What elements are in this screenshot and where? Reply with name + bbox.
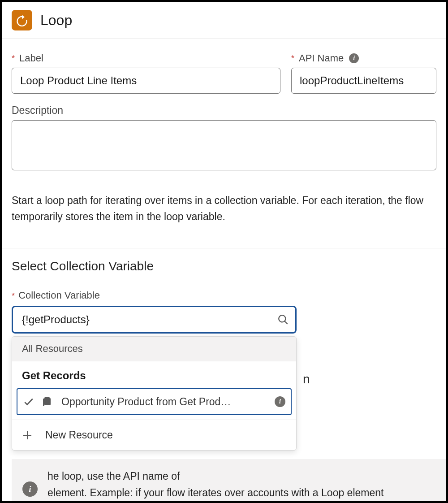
bottom-help-line2: element. Example: if your flow iterates … <box>47 485 383 501</box>
collection-variable-label: * Collection Variable <box>12 290 436 301</box>
dropdown-all-resources[interactable]: All Resources <box>12 337 296 361</box>
label-input[interactable] <box>12 68 280 94</box>
apiname-input[interactable] <box>291 68 436 94</box>
dialog-header: Loop <box>2 2 446 39</box>
label-caption-text: Label <box>19 52 43 64</box>
dropdown-item-text: Opportunity Product from Get Prod… <box>61 396 267 408</box>
dropdown-item-selected[interactable]: Opportunity Product from Get Prod… i <box>17 388 292 415</box>
info-icon[interactable]: i <box>275 396 285 407</box>
dropdown-group-title: Get Records <box>12 361 296 388</box>
section-title: Select Collection Variable <box>12 259 436 273</box>
apiname-field-label: * API Name i <box>291 52 436 64</box>
combobox-value: {!getProducts} <box>22 313 277 326</box>
plus-icon <box>22 430 33 441</box>
check-icon <box>23 396 34 408</box>
intro-help-text: Start a loop path for iterating over ite… <box>12 193 436 225</box>
info-icon: i <box>22 481 38 497</box>
label-field-label: * Label <box>12 52 280 64</box>
required-star-icon: * <box>291 54 294 63</box>
info-icon[interactable]: i <box>349 53 359 63</box>
collection-variable-section: Select Collection Variable * Collection … <box>2 248 446 338</box>
records-icon <box>42 395 54 408</box>
collection-variable-combobox[interactable]: {!getProducts} <box>12 306 297 334</box>
required-star-icon: * <box>12 291 15 300</box>
search-icon <box>277 314 289 325</box>
svg-rect-0 <box>43 399 44 406</box>
description-textarea[interactable] <box>12 120 436 170</box>
cv-caption-text: Collection Variable <box>18 290 100 301</box>
background-text-fragment: n <box>303 372 310 386</box>
description-field-label: Description <box>12 104 436 117</box>
new-resource-button[interactable]: New Resource <box>12 420 296 450</box>
bottom-help-panel: i he loop, use the API name of element. … <box>12 459 446 503</box>
resource-dropdown: All Resources Get Records Opportunity Pr… <box>12 336 297 451</box>
required-star-icon: * <box>12 54 15 63</box>
loop-icon <box>12 10 32 30</box>
dialog-title: Loop <box>40 12 72 29</box>
form-section: * Label * API Name i Description Start a… <box>2 39 446 234</box>
bottom-help-line1: he loop, use the API name of <box>47 468 383 485</box>
apiname-caption-text: API Name <box>299 52 344 64</box>
new-resource-label: New Resource <box>45 429 113 441</box>
